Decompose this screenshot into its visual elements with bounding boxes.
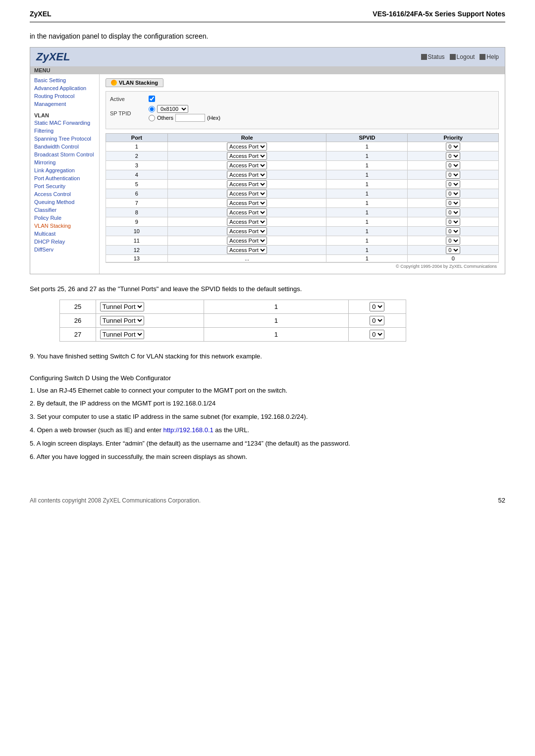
- router-header: ZyXEL Status Logout Help: [30, 48, 505, 66]
- port-priority-select[interactable]: 0: [446, 152, 460, 160]
- status-nav-link[interactable]: Status: [421, 53, 445, 60]
- sidebar-item-spanning-tree[interactable]: Spanning Tree Protocol: [30, 135, 99, 143]
- port-priority-select[interactable]: 0: [446, 171, 460, 179]
- port-role-select[interactable]: Access Port: [227, 246, 267, 254]
- port-priority-select[interactable]: 0: [446, 180, 460, 188]
- port-number: 8: [106, 208, 168, 217]
- port-role-cell: Access Port: [167, 236, 326, 246]
- sidebar-item-queuing[interactable]: Queuing Method: [30, 198, 99, 206]
- brand-label: ZyXEL: [30, 10, 52, 18]
- router-body: Basic Setting Advanced Application Routi…: [30, 74, 505, 274]
- intro-paragraph: in the navigation panel to display the c…: [30, 32, 505, 40]
- table-row: 1Access Port10: [106, 142, 499, 151]
- tunnel-priority-select[interactable]: 0: [370, 316, 384, 325]
- port-priority-cell: 0: [408, 180, 499, 189]
- port-role-cell: Access Port: [167, 180, 326, 189]
- tunnel-priority-select[interactable]: 0: [370, 330, 384, 339]
- port-role-select[interactable]: Access Port: [227, 152, 267, 160]
- port-priority-select[interactable]: 0: [446, 218, 460, 226]
- col-port: Port: [106, 134, 168, 142]
- copyright-bar: © Copyright 1995-2004 by ZyXEL Communica…: [106, 262, 499, 270]
- sidebar-item-bandwidth[interactable]: Bandwidth Control: [30, 143, 99, 151]
- sidebar-item-filtering[interactable]: Filtering: [30, 127, 99, 135]
- router-logo: ZyXEL: [36, 50, 70, 63]
- sidebar-item-classifier[interactable]: Classifier: [30, 206, 99, 214]
- tunnel-table-row: 25Tunnel Port10: [60, 300, 406, 313]
- table-row: 12Access Port10: [106, 246, 499, 255]
- port-role-select[interactable]: Access Port: [227, 190, 267, 198]
- sidebar-item-port-auth[interactable]: Port Authentication: [30, 174, 99, 182]
- sidebar-item-link-aggregation[interactable]: Link Aggregation: [30, 166, 99, 174]
- port-role-select[interactable]: Access Port: [227, 199, 267, 207]
- vlan-stacking-tab[interactable]: VLAN Stacking: [106, 78, 163, 87]
- port-role-select[interactable]: Access Port: [227, 227, 267, 235]
- active-checkbox[interactable]: [149, 96, 155, 102]
- port-role-select[interactable]: Access Port: [227, 237, 267, 245]
- tunnel-role-select[interactable]: Tunnel Port: [100, 302, 144, 311]
- port-priority-select[interactable]: 0: [446, 246, 460, 254]
- col-spvid: SPVID: [326, 134, 408, 142]
- sidebar-item-multicast[interactable]: Multicast: [30, 230, 99, 238]
- sidebar-item-management[interactable]: Management: [30, 100, 99, 108]
- port-priority-cell: 0: [408, 227, 499, 236]
- port-role-select[interactable]: Access Port: [227, 143, 267, 151]
- sidebar-item-access-control[interactable]: Access Control: [30, 190, 99, 198]
- config-step-4: 4. Open a web browser (such as IE) and e…: [30, 425, 505, 436]
- sidebar-item-mirroring[interactable]: Mirroring: [30, 158, 99, 166]
- port-priority-cell: 0: [408, 208, 499, 217]
- port-role-select[interactable]: Access Port: [227, 180, 267, 188]
- port-priority-cell: 0: [408, 199, 499, 208]
- router-sidebar: Basic Setting Advanced Application Routi…: [30, 74, 100, 274]
- sp-tpid-radio-1[interactable]: [149, 106, 155, 112]
- port-table: Port Role SPVID Priority 1Access Port102…: [106, 133, 499, 262]
- port-priority-select[interactable]: 0: [446, 227, 460, 235]
- port-role-cell: Access Port: [167, 170, 326, 180]
- tunnel-port-number: 25: [60, 300, 96, 313]
- port-spvid: 1: [326, 199, 408, 208]
- tunnel-role-select[interactable]: Tunnel Port: [100, 330, 144, 339]
- logout-nav-link[interactable]: Logout: [450, 53, 475, 60]
- port-role-select[interactable]: Access Port: [227, 218, 267, 226]
- sidebar-item-port-security[interactable]: Port Security: [30, 182, 99, 190]
- sidebar-item-static-mac[interactable]: Static MAC Forwarding: [30, 119, 99, 127]
- port-priority-select[interactable]: 0: [446, 143, 460, 151]
- hex-input[interactable]: [175, 114, 205, 122]
- port-priority-select[interactable]: 0: [446, 199, 460, 207]
- port-role-select[interactable]: Access Port: [227, 208, 267, 216]
- router-nav-links: Status Logout Help: [421, 53, 499, 60]
- sidebar-item-advanced-application[interactable]: Advanced Application: [30, 84, 99, 92]
- tunnel-role-select[interactable]: Tunnel Port: [100, 316, 144, 325]
- port-role-select[interactable]: Access Port: [227, 171, 267, 179]
- port-number: 10: [106, 227, 168, 236]
- port-role-cell: ...: [167, 255, 326, 262]
- config-step-5: 5. A login screen displays. Enter “admin…: [30, 439, 505, 449]
- others-label: Others: [157, 115, 173, 121]
- sidebar-item-vlan-stacking[interactable]: VLAN Stacking: [30, 222, 99, 230]
- port-spvid: 1: [326, 217, 408, 227]
- table-row: 11Access Port10: [106, 236, 499, 246]
- port-priority-select[interactable]: 0: [446, 208, 460, 216]
- sidebar-item-dhcp-relay[interactable]: DHCP Relay: [30, 238, 99, 246]
- config-section: Configuring Switch D Using the Web Confi…: [30, 374, 505, 462]
- sp-tpid-select[interactable]: 0x8100: [157, 105, 188, 113]
- sidebar-item-diffserv[interactable]: DiffServ: [30, 246, 99, 253]
- sidebar-item-broadcast-storm[interactable]: Broadcast Storm Control: [30, 151, 99, 158]
- port-number: 4: [106, 170, 168, 180]
- port-priority-select[interactable]: 0: [446, 190, 460, 198]
- tunnel-description: Set ports 25, 26 and 27 as the "Tunnel P…: [30, 284, 505, 295]
- port-priority-select[interactable]: 0: [446, 237, 460, 245]
- sidebar-item-basic-setting[interactable]: Basic Setting: [30, 76, 99, 84]
- tunnel-priority-select[interactable]: 0: [370, 302, 384, 311]
- sidebar-item-routing-protocol[interactable]: Routing Protocol: [30, 92, 99, 100]
- tab-header: VLAN Stacking: [106, 78, 499, 87]
- status-icon: [421, 54, 427, 60]
- help-nav-link[interactable]: Help: [480, 53, 499, 60]
- port-priority-select[interactable]: 0: [446, 161, 460, 169]
- sidebar-item-policy-rule[interactable]: Policy Rule: [30, 214, 99, 222]
- active-row: Active: [110, 96, 494, 102]
- config-link[interactable]: http://192.168.0.1: [163, 426, 214, 434]
- table-row: 5Access Port10: [106, 180, 499, 189]
- sp-tpid-radio-2[interactable]: [149, 115, 155, 121]
- port-role-select[interactable]: Access Port: [227, 161, 267, 169]
- col-role: Role: [167, 134, 326, 142]
